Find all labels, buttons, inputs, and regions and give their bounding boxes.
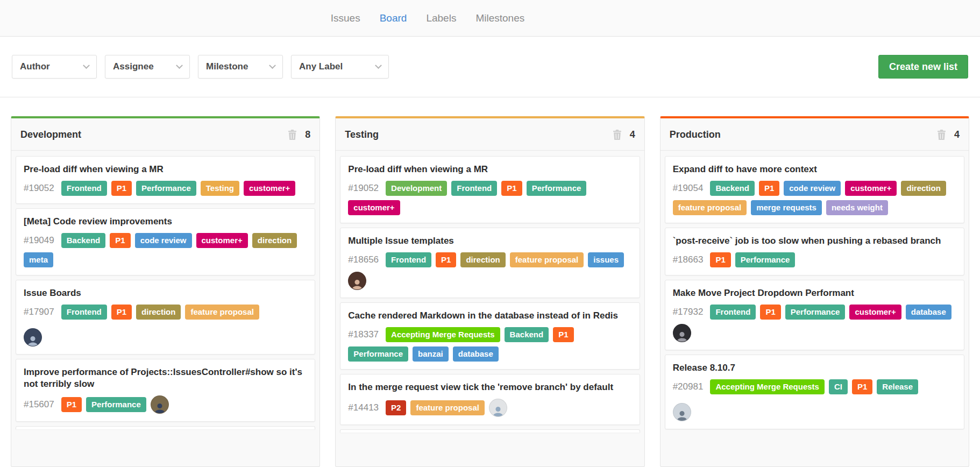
label-pill[interactable]: Frontend [61,305,107,320]
label-pill[interactable]: Development [386,181,447,196]
issue-card[interactable]: Expand diff to have more context #19054 … [665,156,964,223]
label-pill[interactable]: Frontend [61,181,107,196]
label-pill[interactable]: P1 [111,181,132,196]
issue-title: Issue Boards [24,287,307,299]
label-pill[interactable]: Frontend [386,252,431,267]
label-pill[interactable]: feature proposal [185,305,259,320]
label-pill[interactable]: P1 [759,181,779,196]
nav-tab-board[interactable]: Board [380,12,407,24]
label-pill[interactable]: direction [136,305,181,320]
label-pill[interactable]: Accepting Merge Requests [386,327,500,342]
issue-card[interactable]: Cache rendered Markdown in the database … [340,302,640,370]
label-pill[interactable]: P1 [553,327,573,342]
issue-number: #19049 [24,235,54,246]
label-pill[interactable]: Performance [735,252,796,267]
issue-card[interactable]: Pre-load diff when viewing a MR #19052 F… [16,156,315,204]
label-pill[interactable]: customer+ [849,305,901,320]
label-pill[interactable]: feature proposal [410,400,485,415]
label-pill[interactable]: Frontend [710,305,756,320]
issue-number: #17932 [673,307,704,317]
label-pill[interactable]: customer+ [244,181,295,196]
label-pill[interactable]: Performance [785,305,846,320]
label-pill[interactable]: P1 [111,305,132,320]
label-pill[interactable]: database [906,305,951,320]
label-pill[interactable]: Release [877,379,918,394]
avatar[interactable] [24,328,42,346]
label-pill[interactable]: Accepting Merge Requests [710,379,825,394]
nav-tab-milestones[interactable]: Milestones [475,12,524,24]
label-pill[interactable]: customer+ [845,181,897,196]
label-pill[interactable]: customer+ [348,200,400,215]
milestone-dropdown-label: Milestone [206,61,248,72]
nav-tab-issues[interactable]: Issues [331,12,360,24]
delete-list-button[interactable] [288,130,297,140]
label-pill[interactable]: Performance [136,181,196,196]
issue-card[interactable]: Make Move Project Dropdown Performant #1… [665,280,964,350]
issue-card[interactable]: [Meta] Code review improvements #19049 B… [16,208,315,275]
issue-card[interactable]: In the merge request view tick the 'remo… [340,374,640,425]
label-pill[interactable]: code review [135,233,192,248]
label-pill[interactable]: customer+ [196,233,248,248]
label-pill[interactable]: Backend [61,233,106,248]
delete-list-button[interactable] [613,130,622,140]
issue-card[interactable]: `post-receive` job is too slow when push… [665,228,964,275]
label-pill[interactable]: code review [784,181,841,196]
label-pill[interactable]: P1 [501,181,522,196]
label-dropdown[interactable]: Any Label [291,55,389,79]
label-pill[interactable]: banzai [413,346,449,362]
issue-meta: #18656 Frontend P1 direction feature pro… [348,252,631,290]
label-pill[interactable]: P1 [61,397,82,412]
label-pill[interactable]: P1 [760,305,780,320]
label-pill[interactable]: merge requests [751,200,822,215]
label-pill[interactable]: direction [901,181,946,196]
avatar[interactable] [151,395,169,414]
label-pill[interactable]: P2 [386,400,406,415]
label-pill[interactable]: issues [588,252,624,267]
create-new-list-button[interactable]: Create new list [878,55,968,79]
label-pill[interactable]: Testing [201,181,239,196]
issue-meta: #18337 Accepting Merge Requests Backend … [348,327,631,362]
avatar[interactable] [673,403,691,421]
issue-card[interactable]: Improve performance of Projects::IssuesC… [16,359,315,422]
avatar[interactable] [489,399,507,417]
label-pill[interactable]: P1 [110,233,130,248]
author-dropdown-label: Author [20,61,50,72]
issue-card[interactable]: Issue Boards #17907 Frontend P1 directio… [16,280,315,355]
label-pill[interactable]: Backend [505,327,549,342]
delete-list-button[interactable] [937,130,946,140]
label-pill[interactable]: database [453,346,499,362]
author-dropdown[interactable]: Author [12,55,97,79]
board-column-production: Production 4 Expand diff to have more co… [660,116,969,467]
issue-title: Make Move Project Dropdown Performant [673,287,956,299]
label-pill[interactable]: CI [829,379,848,394]
label-pill[interactable]: feature proposal [673,200,747,215]
issue-card[interactable]: Release 8.10.7 #20981 Accepting Merge Re… [665,355,964,429]
avatar[interactable] [348,272,366,290]
label-pill[interactable]: Performance [527,181,587,196]
assignee-dropdown[interactable]: Assignee [105,55,190,79]
person-icon [675,408,689,421]
next-card-sliver [340,429,640,433]
label-pill[interactable]: P1 [710,252,730,267]
issue-card[interactable]: Multiple Issue templates #18656 Frontend… [340,228,640,298]
label-pill[interactable]: P1 [436,252,456,267]
issue-board: Development 8 Pre-load diff when viewing… [0,97,980,467]
label-pill[interactable]: P1 [852,379,872,394]
issue-meta: #14413 P2 feature proposal [348,399,631,417]
label-pill[interactable]: Performance [348,346,408,362]
nav-tab-labels[interactable]: Labels [426,12,456,24]
label-pill[interactable]: Backend [710,181,755,196]
issue-title: Expand diff to have more context [673,164,956,175]
label-pill[interactable]: direction [252,233,297,248]
label-pill[interactable]: Frontend [451,181,497,196]
label-pill[interactable]: meta [24,252,53,267]
card-list: Pre-load diff when viewing a MR #19052 D… [336,151,644,466]
label-pill[interactable]: Performance [86,397,146,412]
label-pill[interactable]: direction [460,252,505,267]
column-title: Development [20,129,81,140]
issue-card[interactable]: Pre-load diff when viewing a MR #19052 D… [340,156,640,223]
avatar[interactable] [673,324,691,342]
label-pill[interactable]: feature proposal [510,252,584,267]
label-pill[interactable]: needs weight [826,200,888,215]
milestone-dropdown[interactable]: Milestone [198,55,283,79]
